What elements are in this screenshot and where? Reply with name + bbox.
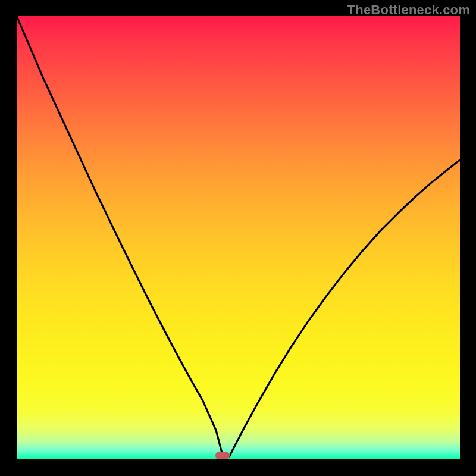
watermark-text: TheBottleneck.com — [347, 2, 470, 18]
bottleneck-curve — [17, 16, 460, 459]
chart-area — [17, 16, 460, 459]
minimum-marker — [215, 452, 230, 459]
